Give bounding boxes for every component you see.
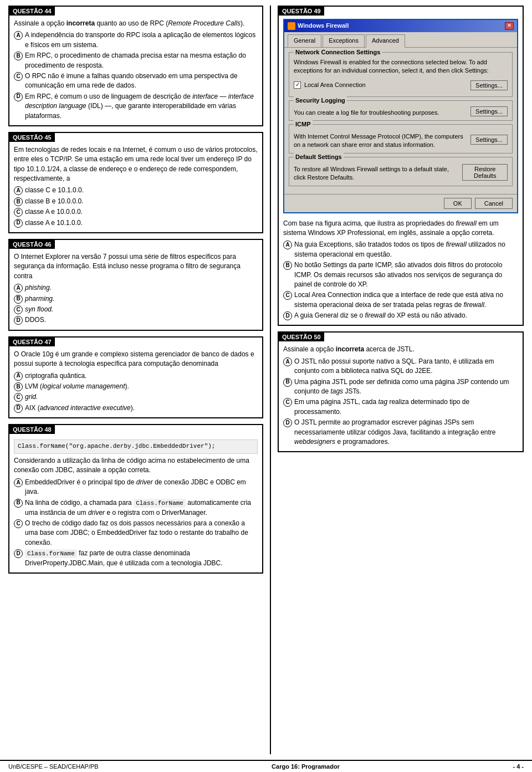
option-letter-a: A [283, 241, 292, 249]
list-item: C syn flood. [14, 305, 258, 314]
q47-option-b: LVM (logical volume management). [25, 382, 129, 391]
network-group-description: Windows Firewall is enabled for the conn… [294, 58, 508, 75]
question-44: QUESTÃO 44 Assinale a opção incorreta qu… [8, 6, 263, 126]
option-letter-c: C [14, 72, 23, 81]
q46-option-c: syn flood. [25, 305, 53, 314]
restore-defaults-button[interactable]: Restore Defaults [462, 164, 508, 181]
option-letter-a: A [14, 478, 23, 487]
local-area-connection-label: Local Area Connection [304, 81, 366, 90]
icmp-description: With Internet Control Message Protocol (… [294, 132, 470, 150]
q50-option-b: Uma página JSTL pode ser definida como u… [294, 377, 518, 397]
option-letter-d: D [14, 549, 23, 558]
tab-advanced[interactable]: Advanced [366, 34, 405, 48]
network-group-title: Network Connection Settings [294, 48, 382, 57]
dialog-body: Network Connection Settings Windows Fire… [284, 48, 517, 194]
q47-option-c: grid. [25, 392, 38, 402]
list-item: D AIX (advanced interactive executive). [14, 403, 258, 413]
option-letter-d: D [14, 93, 23, 101]
q45-option-b: classe B e 10.0.0.0. [25, 197, 83, 206]
q46-option-d: DDOS. [25, 315, 46, 325]
q46-options: A phishing. B pharming. C syn flood. D [14, 283, 258, 325]
option-letter-b: B [14, 382, 23, 391]
default-settings-row: To restore all Windows Firewall settings… [294, 163, 508, 182]
q49-intro: Com base na figura acima, que ilustra as… [283, 219, 518, 238]
q48-option-a: EmbeddedDriver é o principal tipo de dri… [25, 478, 258, 497]
q48-intro: Considerando a utilização da linha de có… [14, 456, 258, 476]
default-settings-title: Default Settings [294, 153, 344, 162]
local-area-connection-checkbox[interactable]: ✓ [294, 81, 301, 89]
q45-option-c: classe A e 10.0.0.0. [25, 207, 83, 217]
icmp-group: ICMP With Internet Control Message Proto… [289, 124, 513, 154]
security-logging-settings-button[interactable]: Settings... [470, 106, 508, 116]
option-letter-c: C [283, 398, 292, 407]
network-settings-button[interactable]: Settings... [470, 80, 508, 90]
content-area: QUESTÃO 44 Assinale a opção incorreta qu… [0, 0, 532, 760]
q49-option-c: Local Area Connection indica que a inter… [294, 290, 518, 310]
q50-header: QUESTÃO 50 [279, 333, 324, 341]
q48-option-d: Class.forName faz parte de outra classe … [25, 549, 258, 568]
q48-header: QUESTÃO 48 [9, 425, 55, 434]
q44-options: A A independência do transporte do RPC i… [14, 30, 258, 121]
list-item: D classe A e 10.1.0.0. [14, 218, 258, 228]
q48-option-c: O trecho de código dado faz os dois pass… [25, 519, 258, 548]
left-column: QUESTÃO 44 Assinale a opção incorreta qu… [8, 6, 263, 754]
q47-options: A criptografia quântica. B LVM (logical … [14, 371, 258, 413]
option-letter-c: C [14, 519, 23, 528]
list-item: B Uma página JSTL pode ser definida como… [283, 377, 518, 397]
option-letter-d: D [14, 219, 23, 228]
q45-content: Em tecnologias de redes locais e na Inte… [9, 142, 262, 232]
q47-content: O Oracle 10g é um grande e complexo sist… [9, 346, 262, 417]
tab-exceptions[interactable]: Exceptions [323, 34, 365, 47]
option-letter-d: D [283, 418, 292, 427]
option-letter-c: C [14, 393, 23, 402]
q45-option-d: classe A e 10.1.0.0. [25, 218, 83, 228]
list-item: B Na linha de código, a chamada para Cla… [14, 498, 258, 518]
default-settings-description: To restore all Windows Firewall settings… [294, 165, 462, 182]
question-46: QUESTÃO 46 O Internet Explorer na versão… [8, 239, 263, 331]
dialog-close-button[interactable]: ✕ [505, 22, 514, 30]
question-50: QUESTÃO 50 Assinale a opção incorreta ac… [278, 331, 524, 452]
option-letter-b: B [14, 499, 23, 508]
q48-options: A EmbeddedDriver é o principal tipo de d… [14, 478, 258, 569]
tab-general[interactable]: General [288, 34, 321, 47]
option-letter-a: A [14, 284, 23, 293]
dialog-title-area: Windows Firewall [288, 22, 349, 30]
list-item: A classe C e 10.1.0.0. [14, 186, 258, 195]
q44-option-c: O RPC não é imune a falhas quando observ… [25, 71, 258, 91]
list-item: B Em RPC, o procedimento de chamada prec… [14, 51, 258, 70]
option-letter-b: B [283, 378, 292, 387]
question-45: QUESTÃO 45 Em tecnologias de redes locai… [8, 132, 263, 233]
option-letter-c: C [14, 208, 23, 217]
icmp-title: ICMP [294, 120, 313, 129]
list-item: B pharming. [14, 294, 258, 304]
cancel-button[interactable]: Cancel [475, 198, 513, 209]
security-logging-description: You can create a log file for troublesho… [294, 109, 439, 117]
q46-intro: O Internet Explorer na versão 7 possui u… [14, 252, 258, 281]
list-item: A Na guia Exceptions, são tratados todos… [283, 240, 518, 259]
ok-button[interactable]: OK [444, 198, 472, 209]
q50-intro: Assinale a opção incorreta acerca de JST… [283, 345, 518, 354]
question-47: QUESTÃO 47 O Oracle 10g é um grande e co… [8, 336, 263, 418]
list-item: A phishing. [14, 283, 258, 293]
q46-option-a: phishing. [25, 283, 52, 293]
firewall-icon [288, 22, 295, 30]
q50-option-c: Em uma página JSTL, cada tag realiza det… [294, 397, 518, 417]
list-item: C grid. [14, 392, 258, 402]
list-item: B classe B e 10.0.0.0. [14, 197, 258, 206]
q47-intro: O Oracle 10g é um grande e complexo sist… [14, 350, 258, 369]
q46-option-b: pharming. [25, 294, 54, 304]
q45-options: A classe C e 10.1.0.0. B classe B e 10.0… [14, 186, 258, 228]
page: QUESTÃO 44 Assinale a opção incorreta qu… [0, 0, 532, 772]
list-item: D Em RPC, é comum o uso de linguagem de … [14, 92, 258, 121]
q47-option-a: criptografia quântica. [25, 371, 86, 381]
q46-header: QUESTÃO 46 [9, 240, 55, 249]
icmp-settings-button[interactable]: Settings... [470, 135, 508, 145]
footer-cargo: Cargo 16: Programador [272, 763, 340, 770]
list-item: C Local Area Connection indica que a int… [283, 290, 518, 310]
list-item: C Em uma página JSTL, cada tag realiza d… [283, 397, 518, 417]
q44-intro: Assinale a opção incorreta quanto ao uso… [14, 19, 258, 28]
network-connection-settings-group: Network Connection Settings Windows Fire… [289, 52, 513, 97]
list-item: A criptografia quântica. [14, 371, 258, 381]
q47-option-d: AIX (advanced interactive executive). [25, 403, 135, 413]
q50-option-a: O JSTL não possui suporte nativo a SQL. … [294, 357, 518, 376]
